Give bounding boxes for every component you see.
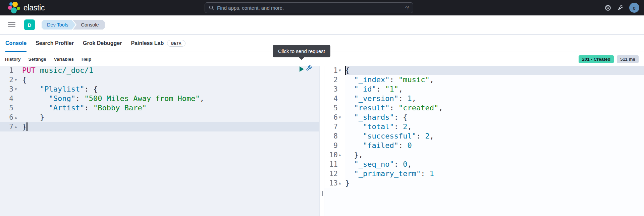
code-line[interactable]: 3 "_id": "1", (324, 85, 644, 94)
code-text[interactable]: "failed": 0 (345, 141, 644, 150)
line-number: 6 (0, 113, 13, 122)
code-line[interactable]: 5 "result": "created", (324, 103, 644, 113)
global-search[interactable]: ^/ (205, 2, 413, 13)
code-text[interactable]: } (22, 113, 319, 122)
app-header: elastic ^/ e (0, 0, 644, 15)
fold-toggle-icon (13, 103, 22, 113)
fold-toggle-icon[interactable]: ▴ (13, 122, 22, 131)
fold-toggle-icon[interactable]: ▴ (338, 150, 345, 160)
line-number: 4 (324, 94, 338, 103)
code-text[interactable]: "Playlist": { (22, 85, 319, 94)
code-line[interactable]: 7▴} (0, 122, 319, 131)
code-text[interactable]: "_shards": { (345, 113, 644, 122)
tab-painless-lab[interactable]: Painless Lab BETA (131, 35, 185, 52)
panel-splitter[interactable] (319, 66, 324, 216)
code-text[interactable]: "total": 2, (345, 122, 644, 131)
code-line[interactable]: 6▴ } (0, 113, 319, 122)
indent-guide (31, 94, 31, 103)
fold-toggle-icon[interactable]: ▾ (338, 113, 345, 122)
help-buoy-icon[interactable] (604, 4, 611, 11)
code-line[interactable]: 3▾ "Playlist": { (0, 85, 319, 94)
request-options-wrench-icon[interactable] (306, 65, 313, 72)
fold-toggle-icon[interactable]: ▴ (13, 113, 22, 122)
toolbar-settings[interactable]: Settings (29, 57, 46, 62)
code-line[interactable]: 1▾{ (324, 66, 644, 75)
code-line[interactable]: 13▴} (324, 178, 644, 188)
tab-search-profiler[interactable]: Search Profiler (36, 35, 74, 52)
token: music/_doc/1 (40, 66, 93, 74)
token: "_seq_no" (354, 160, 394, 168)
breadcrumb-dev-tools[interactable]: Dev Tools (42, 20, 75, 30)
menu-hamburger-icon[interactable] (8, 21, 15, 29)
code-text[interactable]: "_index": "music", (345, 75, 644, 85)
token: "Playlist" (40, 85, 84, 93)
indent-guide (40, 94, 40, 103)
token (36, 66, 40, 74)
toolbar-variables[interactable]: Variables (54, 57, 74, 62)
token: "_index" (354, 75, 390, 84)
code-text[interactable]: }, (345, 150, 644, 160)
line-number: 7 (324, 122, 338, 131)
send-request-play-icon[interactable] (300, 66, 304, 72)
code-text[interactable]: "_seq_no": 0, (345, 160, 644, 169)
code-line[interactable]: 1PUT music/_doc/1 (0, 66, 319, 75)
code-line[interactable]: 2 "_index": "music", (324, 75, 644, 85)
response-time-badge: 511 ms (617, 55, 639, 63)
code-text[interactable]: "_id": "1", (345, 85, 644, 94)
code-line[interactable]: 9 "failed": 0 (324, 141, 644, 150)
fold-toggle-icon[interactable]: ▴ (338, 178, 345, 188)
code-text[interactable]: "_version": 1, (345, 94, 644, 103)
news-party-popper-icon[interactable] (617, 4, 624, 11)
code-text[interactable]: "Artist": "Bobby Bare" (22, 103, 319, 113)
code-line[interactable]: 6▾ "_shards": { (324, 113, 644, 122)
code-text[interactable]: "successful": 2, (345, 131, 644, 141)
code-line[interactable]: 7 "total": 2, (324, 122, 644, 131)
code-text[interactable]: "_primary_term": 1 (345, 169, 644, 178)
fold-toggle-icon[interactable]: ▾ (13, 75, 22, 85)
search-input[interactable] (217, 5, 403, 11)
elastic-logo[interactable]: elastic (7, 0, 45, 15)
code-line[interactable]: 2▾{ (0, 75, 319, 85)
tab-console[interactable]: Console (5, 35, 26, 52)
breadcrumb-console[interactable]: Console (73, 20, 105, 30)
code-line[interactable]: 8 "successful": 2, (324, 131, 644, 141)
indent-guide (354, 131, 354, 141)
token: "failed" (363, 141, 398, 150)
token: "created" (398, 104, 438, 112)
code-line[interactable]: 12 "_primary_term": 1 (324, 169, 644, 178)
tab-painless-lab-label: Painless Lab (131, 40, 164, 46)
code-line[interactable]: 10▴ }, (324, 150, 644, 160)
toolbar-history[interactable]: History (5, 57, 21, 62)
token: 2 (403, 122, 407, 131)
code-text[interactable]: "result": "created", (345, 103, 644, 113)
token: : (389, 104, 398, 112)
code-text[interactable]: "Song": "500 Miles Away from Home", (22, 94, 319, 103)
user-avatar[interactable]: e (629, 3, 639, 13)
code-line[interactable]: 4 "Song": "500 Miles Away from Home", (0, 94, 319, 103)
toolbar-help[interactable]: Help (82, 57, 91, 62)
token: , (412, 94, 416, 103)
tab-grok-debugger[interactable]: Grok Debugger (83, 35, 122, 52)
response-editor[interactable]: 1▾{2 "_index": "music",3 "_id": "1",4 "_… (324, 66, 644, 216)
request-editor[interactable]: 1PUT music/_doc/12▾{3▾ "Playlist": {4 "S… (0, 66, 319, 216)
code-text[interactable]: { (345, 66, 644, 75)
fold-toggle-icon[interactable]: ▾ (13, 85, 22, 94)
line-number: 9 (324, 141, 338, 150)
fold-toggle-icon[interactable]: ▾ (338, 66, 345, 75)
resize-handle-icon[interactable] (321, 191, 323, 196)
code-text[interactable]: } (345, 178, 644, 188)
code-text[interactable]: } (22, 122, 319, 131)
code-text[interactable]: { (22, 75, 319, 85)
code-text[interactable]: PUT music/_doc/1 (22, 66, 319, 75)
fold-toggle-icon (13, 66, 22, 75)
line-number: 4 (0, 94, 13, 103)
line-number: 1 (0, 66, 13, 75)
code-line[interactable]: 5 "Artist": "Bobby Bare" (0, 103, 319, 113)
breadcrumb: Dev Tools Console (42, 20, 105, 30)
space-avatar[interactable]: D (24, 19, 35, 30)
code-line[interactable]: 11 "_seq_no": 0, (324, 160, 644, 169)
code-line[interactable]: 4 "_version": 1, (324, 94, 644, 103)
text-cursor (345, 66, 346, 75)
token: : (376, 85, 385, 93)
token: : (398, 141, 408, 150)
